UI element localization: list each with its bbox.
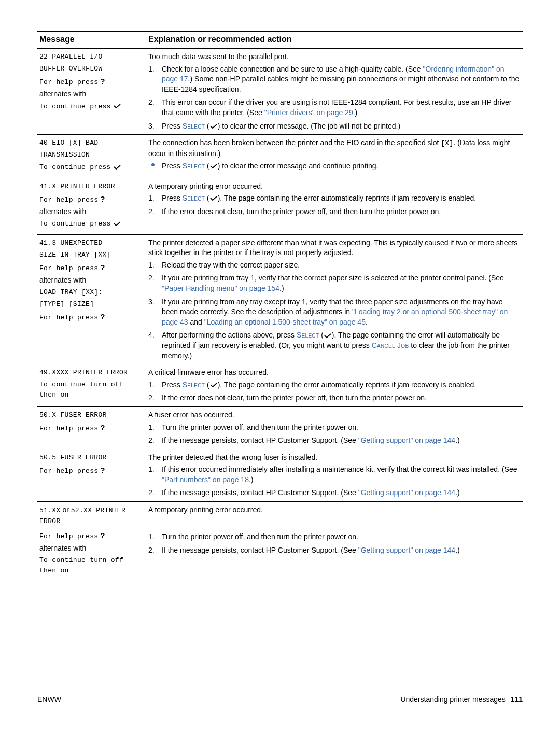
help-icon: ? [100,466,105,474]
bullet-icon [151,163,155,166]
page-footer: ENWW Understanding printer messages 111 [37,695,523,704]
explanation-cell: The connection has been broken between t… [146,135,523,178]
message-cell: For help press ? alternates with To cont… [37,530,146,581]
check-icon [324,333,332,339]
select-key: Select [183,122,205,130]
link-printer-drivers[interactable]: "Printer drivers" on page 29 [264,108,353,117]
select-key: Select [297,331,319,339]
explanation-cell: A fuser error has occurred. 1.Turn the p… [146,406,523,449]
help-icon: ? [100,531,105,540]
message-cell: 41.3 UNEXPECTED SIZE IN TRAY [XX] For he… [37,234,146,364]
link-part-numbers[interactable]: "Part numbers" on page 18 [162,475,249,484]
select-key: Select [183,381,205,389]
explanation-cell: A critical firmware error has occurred. … [146,364,523,407]
page-number: 111 [511,695,523,704]
table-row: 50.X FUSER ERROR For help press ? A fuse… [37,406,523,449]
link-getting-support[interactable]: "Getting support" on page 144 [358,488,455,497]
link-loading-1500[interactable]: "Loading an optional 1,500-sheet tray" o… [204,318,366,326]
help-icon: ? [100,77,105,86]
link-paper-handling[interactable]: "Paper Handling menu" on page 154 [162,284,279,292]
explanation-cell: The printer detected a paper size differ… [146,234,523,364]
footer-left: ENWW [37,695,61,704]
message-cell: 50.X FUSER ERROR For help press ? [37,406,146,449]
table-row: 49.XXXX PRINTER ERROR To continue turn o… [37,364,523,407]
explanation-cell: 1.Turn the printer power off, and then t… [146,530,523,581]
check-icon [209,196,218,201]
explanation-cell: A temporary printing error occurred. [146,502,523,530]
message-cell: 41.X PRINTER ERROR For help press ? alte… [37,178,146,234]
table-row: For help press ? alternates with To cont… [37,530,523,581]
message-cell: 40 EIO [X] BAD TRANSMISSION To continue … [37,135,146,178]
table-row: 51.XX or 52.XX PRINTER ERROR A temporary… [37,502,523,530]
message-cell: 50.5 FUSER ERROR For help press ? [37,449,146,501]
check-icon [113,165,121,170]
help-icon: ? [100,194,105,203]
help-icon: ? [100,263,105,272]
explanation-cell: Too much data was sent to the parallel p… [146,49,523,135]
footer-right: Understanding printer messages 111 [400,695,523,704]
table-row: 50.5 FUSER ERROR For help press ? The pr… [37,449,523,501]
select-key: Select [183,162,205,170]
check-icon [113,104,121,109]
table-row: 41.3 UNEXPECTED SIZE IN TRAY [XX] For he… [37,234,523,364]
message-cell: 49.XXXX PRINTER ERROR To continue turn o… [37,364,146,407]
table-row: 22 PARALLEL I/O BUFFER OVERFLOW For help… [37,49,523,135]
link-getting-support[interactable]: "Getting support" on page 144 [358,546,455,554]
link-getting-support[interactable]: "Getting support" on page 144 [358,436,455,444]
help-icon: ? [100,312,105,321]
check-icon [209,124,218,129]
cancel-job-key: Cancel Job [372,341,409,349]
col-header-explanation: Explanation or recommended action [146,32,523,49]
table-row: 40 EIO [X] BAD TRANSMISSION To continue … [37,135,523,178]
check-icon [209,164,218,169]
table-row: 41.X PRINTER ERROR For help press ? alte… [37,178,523,234]
explanation-cell: The printer detected that the wrong fuse… [146,449,523,501]
select-key: Select [183,194,205,202]
col-header-message: Message [37,32,146,49]
help-icon: ? [100,423,105,432]
check-icon [209,383,218,388]
messages-table: Message Explanation or recommended actio… [37,31,523,581]
message-cell: 22 PARALLEL I/O BUFFER OVERFLOW For help… [37,49,146,135]
check-icon [113,221,121,227]
explanation-cell: A temporary printing error occurred. 1.P… [146,178,523,234]
message-cell: 51.XX or 52.XX PRINTER ERROR [37,502,146,530]
